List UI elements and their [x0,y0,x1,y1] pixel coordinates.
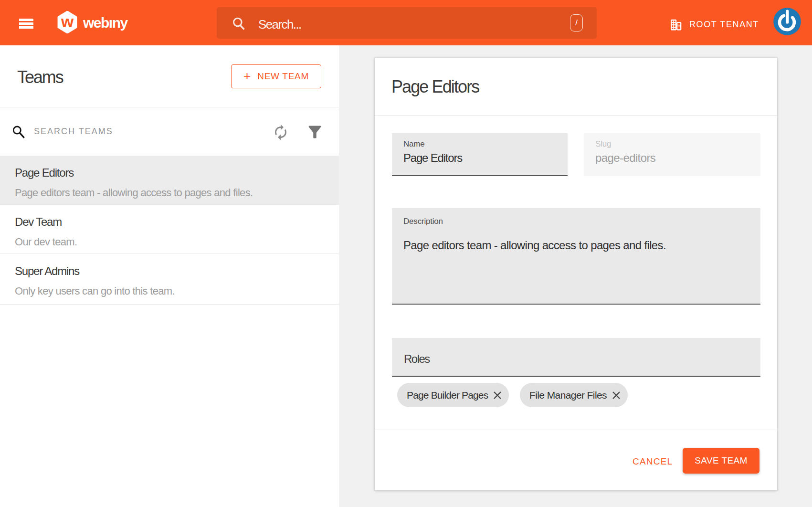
svg-text:w: w [61,12,74,31]
